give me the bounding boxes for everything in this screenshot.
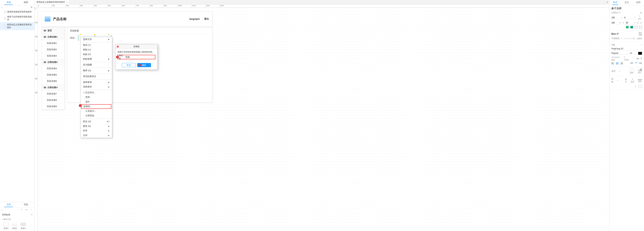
update-style-link[interactable]: 更新 xyxy=(638,32,642,34)
align-front-icon[interactable] xyxy=(626,26,629,28)
page-item[interactable]: 使用下拉列表框实现单选组件 xyxy=(0,14,34,22)
sidemenu-item[interactable]: 页面名称7 xyxy=(42,91,64,97)
font-selector[interactable]: PingFang SC⌄ xyxy=(612,47,642,50)
sidemenu-item[interactable]: 页面名称3 xyxy=(42,53,64,59)
dialog-titlebar[interactable]: 选项组 xyxy=(116,45,158,49)
flip-h-icon[interactable]: ⇔ xyxy=(637,22,638,24)
exit-link[interactable]: 退出 xyxy=(204,18,209,21)
x-input[interactable] xyxy=(612,17,619,19)
more-icon[interactable]: ⋮ xyxy=(30,208,33,211)
shape-widget[interactable]: 矩形2 xyxy=(12,223,18,230)
ctx-ref-page[interactable]: 引用页面 xyxy=(80,113,112,118)
sidemenu-category[interactable]: 首页 xyxy=(42,28,64,34)
ctx-group[interactable]: 组合 (G)⌘G xyxy=(80,119,112,124)
ok-button[interactable]: 3 确定 xyxy=(137,63,151,67)
align-box2-icon[interactable] xyxy=(639,26,642,28)
ctx-hide[interactable]: 设为隐藏 xyxy=(80,63,112,67)
sidemenu-item[interactable]: 页面名称8 xyxy=(42,97,64,103)
ctx-lorem[interactable]: 填充乱数假文 xyxy=(80,74,112,79)
sidemenu-category[interactable]: 分类名称3 xyxy=(42,84,64,91)
sidemenu-item[interactable]: 页面名称5 xyxy=(42,72,64,78)
w-input[interactable] xyxy=(612,22,619,24)
sidemenu-item[interactable]: 页面名称2 xyxy=(42,47,64,53)
page-item[interactable]: 使用自定义选项组实现单选组件 xyxy=(0,22,34,30)
tab-interactions[interactable]: 交互 xyxy=(621,0,632,5)
align-right-icon[interactable] xyxy=(620,63,623,65)
valign-bottom-icon[interactable] xyxy=(639,63,642,65)
ctx-select-shape[interactable]: 选择形状▶ xyxy=(80,80,112,85)
ctx-disable[interactable]: 禁用 xyxy=(80,95,112,100)
ctx-option-group[interactable]: 选项组... xyxy=(81,104,111,109)
font-size-input[interactable]: 13 xyxy=(630,52,636,55)
sidemenu-item[interactable]: 页面名称4 xyxy=(42,65,64,72)
sidemenu-item[interactable]: 页面名称9 xyxy=(42,103,64,110)
h-input[interactable] xyxy=(626,22,633,24)
tab-notes[interactable]: 说明 xyxy=(632,0,644,5)
y-input[interactable] xyxy=(624,17,632,19)
valign-middle-icon[interactable] xyxy=(635,63,638,65)
font-weight-selector[interactable]: Regular⌄ xyxy=(612,52,628,55)
tab-pages[interactable]: 页面 xyxy=(0,0,17,5)
ctx-order[interactable]: 顺序 (O)▶ xyxy=(80,68,112,73)
strikethrough-icon[interactable]: T xyxy=(641,57,642,60)
pages-search-input[interactable] xyxy=(4,6,29,8)
ctx-cut[interactable]: 剪切 (T) xyxy=(80,43,112,48)
line-height-input[interactable]: 18 (auto) xyxy=(612,56,620,58)
ctx-selected[interactable]: 选中 xyxy=(80,100,112,104)
close-tab-icon[interactable]: × xyxy=(66,1,68,4)
widget-group-header[interactable]: ▾基本元件 xyxy=(0,217,34,221)
create-style-link[interactable]: 创建 xyxy=(638,34,642,36)
rotation-value[interactable]: ° xyxy=(637,15,642,18)
ctx-distribute[interactable]: 分布▶ xyxy=(80,133,112,138)
add-border-icon[interactable]: ＋ xyxy=(634,85,637,88)
sidemenu-item[interactable]: 页面名称6 xyxy=(42,78,64,84)
ctx-copy[interactable]: 复制 (C) xyxy=(80,48,112,52)
document-tab[interactable]: 使用自定义选项组实现单选组件 × xyxy=(35,0,70,4)
ctx-lock[interactable]: 锁定 (K)▶ xyxy=(80,124,112,128)
cancel-button[interactable]: 取消 xyxy=(122,63,136,67)
tab-widgets[interactable]: 元件 xyxy=(0,202,17,207)
ctx-change-shape[interactable]: 变换形状▶ xyxy=(80,85,112,89)
tab-style[interactable]: 样式 xyxy=(609,0,621,5)
add-page-icon[interactable]: ⊞ xyxy=(30,6,33,8)
chevron-down-icon[interactable]: ⌄ xyxy=(152,56,154,58)
visibility-icon[interactable]: ◉ xyxy=(640,12,642,14)
opacity-value[interactable]: 100% xyxy=(637,38,642,40)
canvas[interactable]: 产品名称 langzipm 退出 首页分类名称1页面名称1页面名称2页面名称3分… xyxy=(38,8,609,231)
ctx-paste[interactable]: 粘贴 (P) xyxy=(80,52,112,57)
letter-spacing-input[interactable]: 0 xyxy=(624,56,625,58)
align-box-icon[interactable] xyxy=(635,26,638,28)
line-width-input[interactable]: 1 xyxy=(630,78,634,81)
fill-color-swatch[interactable] xyxy=(630,68,634,71)
page-item[interactable]: 使用单选按钮实现单选组件 xyxy=(0,10,34,14)
opacity-slider[interactable] xyxy=(624,39,635,39)
text-transform-icon[interactable]: Aa xyxy=(636,57,639,60)
close-icon[interactable] xyxy=(117,46,119,48)
align-back-icon[interactable] xyxy=(630,26,633,28)
align-left-icon[interactable] xyxy=(612,63,614,65)
fill-image-swatch[interactable] xyxy=(638,68,642,71)
line-type-selector[interactable] xyxy=(638,78,642,80)
sidemenu-item[interactable]: 页面名称1 xyxy=(42,40,64,47)
ctx-select-widget[interactable]: 选择元件▶ xyxy=(80,37,112,42)
tab-menu-icon[interactable]: ▾ xyxy=(607,1,608,4)
add-library-icon[interactable]: ＋ xyxy=(20,208,24,211)
sidemenu-category[interactable]: 分类名称1 xyxy=(42,34,64,40)
valign-top-icon[interactable] xyxy=(630,63,633,65)
shape-widget[interactable]: 矩形1 xyxy=(4,223,9,230)
ctx-align[interactable]: 对齐▶ xyxy=(80,128,112,133)
library-card-icon[interactable]: ▭ xyxy=(25,208,28,211)
shape-widget[interactable]: 矩形3 xyxy=(20,223,26,230)
group-name-field[interactable]: 2 组名称 ⌄ xyxy=(118,55,155,59)
flip-v-icon[interactable]: ⇕ xyxy=(640,22,642,24)
align-center-icon[interactable] xyxy=(616,63,618,65)
library-selector[interactable]: Default ⇅ xyxy=(0,212,34,217)
ctx-paste-options[interactable]: 粘贴选项▶ xyxy=(80,57,112,61)
group-name-input[interactable] xyxy=(126,56,151,58)
border-visibility-icon[interactable] xyxy=(638,85,642,88)
tab-masters[interactable]: 母版 xyxy=(17,202,34,207)
ctx-ix-styles[interactable]: ✓交互样式... xyxy=(80,90,112,95)
ctx-tooltip[interactable]: 工具提示... xyxy=(80,109,112,113)
tab-outline[interactable]: 概要 xyxy=(17,0,34,5)
font-color-swatch[interactable] xyxy=(638,52,642,55)
